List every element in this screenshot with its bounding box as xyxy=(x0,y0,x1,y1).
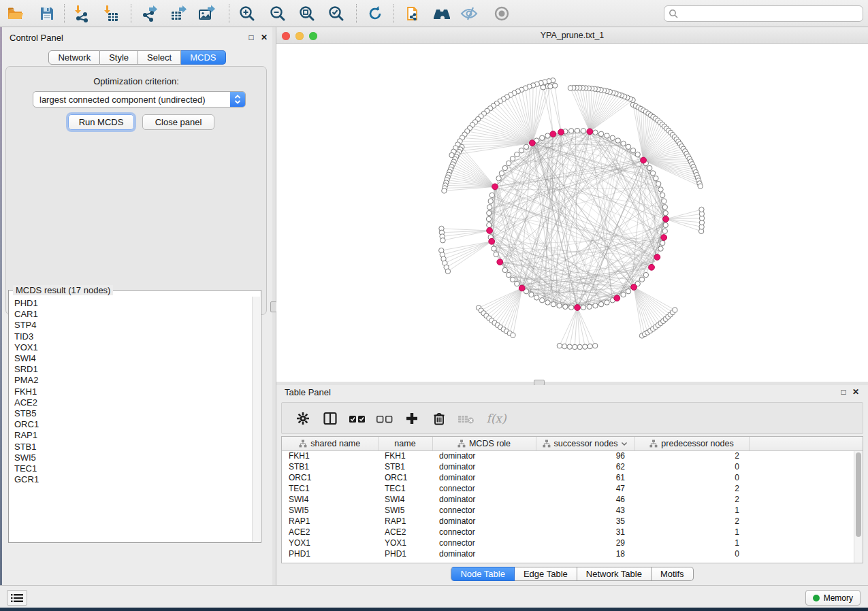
network-canvas[interactable] xyxy=(276,44,868,382)
select-all-columns-button[interactable] xyxy=(349,409,366,428)
table-row[interactable]: RAP1RAP1dominator352 xyxy=(282,516,863,527)
table-row[interactable]: ORC1ORC1dominator610 xyxy=(282,472,863,483)
toolbar-separator xyxy=(64,4,65,23)
zoom-fit-button[interactable] xyxy=(295,2,319,25)
tab-motifs[interactable]: Motifs xyxy=(652,567,694,581)
mcds-result-item[interactable]: YOX1 xyxy=(14,342,252,353)
mcds-result-group: MCDS result (17 nodes) PHD1CAR1STP4TID3Y… xyxy=(8,290,261,543)
table-row[interactable]: SWI4SWI4dominator462 xyxy=(282,494,863,505)
table-scrollbar-thumb[interactable] xyxy=(856,452,861,537)
float-panel-icon[interactable]: □ xyxy=(838,386,849,397)
tab-edge-table[interactable]: Edge Table xyxy=(515,567,577,581)
column-header-predecessor-nodes[interactable]: predecessor nodes xyxy=(634,437,749,450)
column-header-filler xyxy=(749,437,863,450)
tab-style[interactable]: Style xyxy=(100,50,138,65)
function-builder-button[interactable]: f(x) xyxy=(485,409,508,428)
application-window: Control Panel □ ✕ NetworkStyleSelectMCDS… xyxy=(0,0,868,611)
table-row[interactable]: TEC1TEC1connector472 xyxy=(282,483,863,494)
table-row[interactable]: SWI5SWI5connector431 xyxy=(282,505,863,516)
tab-network-table[interactable]: Network Table xyxy=(577,567,652,581)
mcds-result-item[interactable]: RAP1 xyxy=(14,430,252,441)
table-row[interactable]: PHD1PHD1dominator180 xyxy=(282,548,863,559)
table-row[interactable]: FKH1FKH1dominator962 xyxy=(282,450,863,461)
export-table-icon xyxy=(170,5,188,22)
split-panel-icon xyxy=(323,411,338,426)
hide-selection-button[interactable] xyxy=(457,2,481,25)
mcds-result-item[interactable]: ORC1 xyxy=(14,419,252,430)
mcds-result-item[interactable]: STP4 xyxy=(14,320,252,331)
close-panel-button[interactable]: Close panel xyxy=(142,114,214,130)
table-row[interactable]: ACE2ACE2connector311 xyxy=(282,527,863,538)
control-panel-title: Control Panel xyxy=(10,33,63,43)
mcds-result-item[interactable]: FKH1 xyxy=(14,386,252,397)
mcds-result-item[interactable]: STB5 xyxy=(14,408,252,419)
tab-node-table[interactable]: Node Table xyxy=(451,567,515,581)
table-header-row: shared name name MCDS role successor nod… xyxy=(282,437,863,450)
tab-network[interactable]: Network xyxy=(48,50,100,65)
dropdown-value: largest connected component (undirected) xyxy=(33,95,230,105)
refresh-layout-button[interactable] xyxy=(364,2,387,25)
deselect-all-columns-button[interactable] xyxy=(376,409,393,428)
run-mcds-button[interactable]: Run MCDS xyxy=(68,114,134,130)
column-header-successor-nodes[interactable]: successor nodes xyxy=(536,437,634,450)
add-column-button[interactable] xyxy=(403,409,421,428)
delete-column-button[interactable] xyxy=(430,409,448,428)
export-network-button[interactable] xyxy=(138,2,161,25)
column-header-mcds-role[interactable]: MCDS role xyxy=(432,437,536,450)
trash-icon xyxy=(432,411,447,426)
eye-slash-icon xyxy=(460,5,479,22)
optimization-criterion-dropdown[interactable]: largest connected component (undirected) xyxy=(33,91,246,108)
network-from-file-button[interactable] xyxy=(402,2,425,25)
tab-mcds[interactable]: MCDS xyxy=(181,50,225,65)
settings-gear-button[interactable] xyxy=(294,409,312,428)
column-header-name[interactable]: name xyxy=(378,437,432,450)
delete-table-button[interactable] xyxy=(457,409,475,428)
mcds-list-scrollbar[interactable] xyxy=(252,297,260,542)
float-panel-icon[interactable]: □ xyxy=(246,32,257,43)
file-share-icon xyxy=(404,5,422,22)
search-network-button[interactable] xyxy=(430,2,453,25)
toolbar-separator xyxy=(131,4,131,23)
table-row[interactable]: YOX1YOX1connector291 xyxy=(282,538,863,548)
optimization-criterion-label: Optimization criterion: xyxy=(6,76,266,86)
open-file-button[interactable] xyxy=(3,2,27,25)
export-image-button[interactable] xyxy=(195,2,219,25)
mcds-result-item[interactable]: STB1 xyxy=(14,442,252,452)
import-network-icon xyxy=(73,5,91,22)
split-panel-button[interactable] xyxy=(321,409,339,428)
mcds-result-item[interactable]: PHD1 xyxy=(14,298,252,309)
save-session-button[interactable] xyxy=(35,2,59,25)
table-toolbar: f(x) xyxy=(281,402,863,434)
mcds-result-item[interactable]: GCR1 xyxy=(14,474,252,485)
mcds-result-item[interactable]: ACE2 xyxy=(14,397,252,408)
export-table-button[interactable] xyxy=(167,2,191,25)
mcds-result-item[interactable]: SRD1 xyxy=(14,364,252,375)
network-graph[interactable] xyxy=(276,44,868,382)
mcds-result-item[interactable]: SWI5 xyxy=(14,452,252,463)
close-panel-icon[interactable]: ✕ xyxy=(850,386,861,397)
table-delete-icon xyxy=(457,411,475,426)
import-network-button[interactable] xyxy=(70,2,93,25)
attribute-type-icon xyxy=(299,440,307,448)
tab-select[interactable]: Select xyxy=(138,50,181,65)
zoom-out-button[interactable] xyxy=(266,2,289,25)
mcds-result-item[interactable]: PMA2 xyxy=(14,375,252,386)
search-input[interactable] xyxy=(681,7,863,20)
zoom-selected-button[interactable] xyxy=(325,2,348,25)
zoom-in-button[interactable] xyxy=(236,2,259,25)
zoom-in-icon xyxy=(238,5,256,22)
column-header-shared-name[interactable]: shared name xyxy=(282,437,378,450)
network-title: YPA_prune.txt_1 xyxy=(276,31,868,40)
mcds-result-item[interactable]: SWI4 xyxy=(14,353,252,364)
mcds-result-item[interactable]: TID3 xyxy=(14,331,252,342)
gear-icon xyxy=(295,411,310,426)
mcds-result-list[interactable]: PHD1CAR1STP4TID3YOX1SWI4SRD1PMA2FKH1ACE2… xyxy=(10,297,252,542)
table-row[interactable]: STB1STB1dominator620 xyxy=(282,461,863,472)
close-panel-icon[interactable]: ✕ xyxy=(259,32,270,43)
mcds-result-item[interactable]: TEC1 xyxy=(14,463,252,474)
import-table-button[interactable] xyxy=(99,2,123,25)
memory-button[interactable]: Memory xyxy=(805,590,861,606)
mcds-result-item[interactable]: CAR1 xyxy=(14,309,252,320)
panel-list-button[interactable] xyxy=(7,590,27,606)
show-all-button[interactable] xyxy=(490,2,513,25)
